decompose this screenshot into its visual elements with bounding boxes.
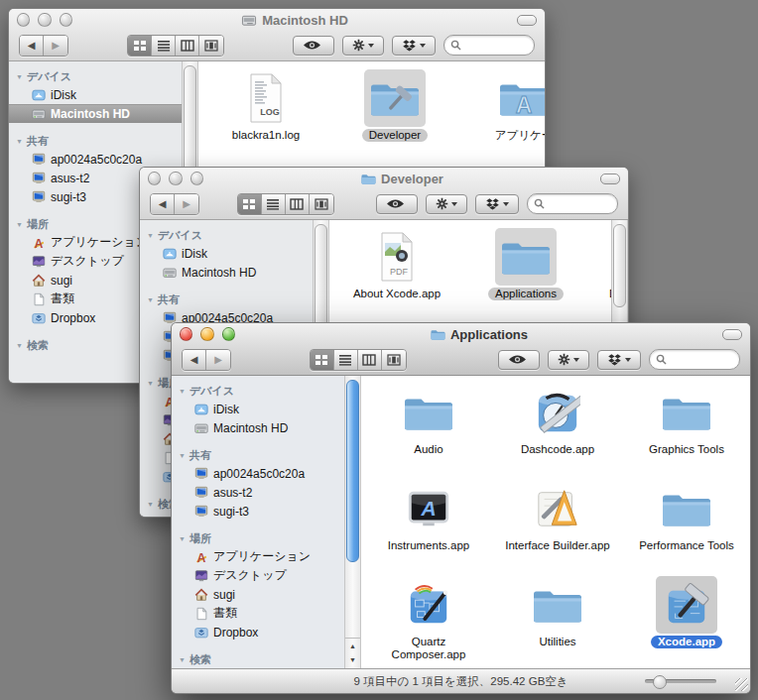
file-item[interactable]: Interface Builder.app [498,480,617,576]
list-view-button[interactable] [262,194,286,214]
action-menu-button[interactable] [342,36,384,56]
sidebar-section-header[interactable]: ▼共有 [9,132,182,150]
file-item[interactable]: Performance Tools [627,480,746,576]
column-view-button[interactable] [286,194,310,214]
disclosure-triangle-icon[interactable]: ▼ [179,388,186,395]
minimize-button[interactable] [200,327,213,341]
forward-button[interactable]: ▶ [44,36,67,56]
sidebar-item-idisk[interactable]: iDisk [172,400,344,418]
disclosure-triangle-icon[interactable]: ▼ [147,501,154,508]
disclosure-triangle-icon[interactable]: ▼ [147,232,154,239]
forward-button[interactable]: ▶ [175,194,198,214]
disclosure-triangle-icon[interactable]: ▼ [179,656,186,663]
sidebar-item-sugi-t3[interactable]: sugi-t3 [172,502,344,521]
dropbox-menu-button[interactable] [392,36,436,56]
dropbox-menu-button[interactable] [475,194,519,214]
sidebar-section-header[interactable]: ▼検索 [172,650,344,668]
file-item[interactable]: Aアプリケー [464,69,545,166]
disclosure-triangle-icon[interactable]: ▼ [16,73,23,80]
scroll-down-button[interactable]: ▼ [345,652,360,666]
disclosure-triangle-icon[interactable]: ▼ [16,138,23,145]
sidebar-scrollbar[interactable]: ▲ ▼ [344,376,361,668]
sidebar-section-header[interactable]: ▼共有 [140,291,313,308]
minimize-button[interactable] [38,13,51,27]
icon-size-slider[interactable] [645,679,716,683]
slider-knob[interactable] [653,675,667,689]
sidebar-item-asus-t2[interactable]: asus-t2 [172,483,344,502]
forward-button[interactable]: ▶ [206,350,230,370]
file-item[interactable]: Graphics Tools [627,384,746,480]
sidebar-item-sugi[interactable]: sugi [172,585,344,604]
sidebar-item-macintosh-hd[interactable]: Macintosh HD [9,104,182,123]
sidebar-section-header[interactable]: ▼デバイス [140,226,313,244]
zoom-button[interactable] [222,327,235,341]
disclosure-triangle-icon[interactable]: ▼ [16,221,23,228]
titlebar[interactable]: Macintosh HD [9,9,545,31]
file-item[interactable]: Developer [335,69,454,166]
disclosure-triangle-icon[interactable]: ▼ [147,296,154,303]
scrollbar-thumb[interactable] [346,380,359,562]
sidebar-item-dropbox[interactable]: Dropbox [172,623,344,642]
file-item[interactable]: Audio [369,384,488,480]
action-menu-button[interactable] [426,194,467,214]
search-input[interactable] [548,198,595,210]
scrollbar-thumb[interactable] [613,224,626,307]
titlebar[interactable]: Developer [140,168,628,189]
toolbar-toggle-button[interactable] [722,329,742,340]
file-item[interactable]: D [595,228,611,324]
file-item[interactable]: Quartz Composer.app [369,576,488,668]
file-item[interactable]: Dashcode.app [498,384,617,480]
icon-view-button[interactable] [238,194,262,214]
sidebar-item-idisk[interactable]: iDisk [140,244,313,263]
titlebar[interactable]: Applications [172,323,750,345]
coverflow-view-button[interactable] [382,350,406,370]
sidebar-item-macintosh-hd[interactable]: Macintosh HD [172,418,344,437]
search-field[interactable] [443,35,535,56]
sidebar-section-header[interactable]: ▼共有 [172,446,344,464]
close-button[interactable] [180,327,192,341]
toolbar-toggle-button[interactable] [517,15,537,26]
sidebar-section-header[interactable]: ▼デバイス [172,382,344,400]
sidebar-item-ap0024a5c0c20a[interactable]: ap0024a5c0c20a [172,464,344,483]
disclosure-triangle-icon[interactable]: ▼ [147,380,154,387]
sidebar-section-header[interactable]: ▼デバイス [9,67,182,85]
file-item[interactable]: Utilities [498,576,617,668]
file-item[interactable]: PDFAbout Xcode.app [337,228,456,324]
quick-look-button[interactable] [498,350,540,370]
icon-view-button[interactable] [128,36,152,56]
sidebar-item-デスクトップ[interactable]: デスクトップ [172,566,344,585]
file-item[interactable]: LOGblackra1n.log [206,69,325,166]
scroll-up-button[interactable]: ▲ [345,639,360,652]
list-view-button[interactable] [334,350,358,370]
file-item[interactable]: Applications [466,228,585,324]
close-button[interactable] [17,13,30,27]
toolbar-toggle-button[interactable] [600,174,620,184]
close-button[interactable] [148,172,161,185]
sidebar-item-macintosh-hd[interactable]: Macintosh HD [140,263,313,282]
back-button[interactable]: ◀ [183,350,206,370]
minimize-button[interactable] [169,172,182,185]
coverflow-view-button[interactable] [199,36,223,56]
sidebar-item-書類[interactable]: 書類 [172,604,344,623]
quick-look-button[interactable] [376,194,418,214]
icon-view-button[interactable] [311,350,334,370]
search-input[interactable] [670,354,717,366]
file-item[interactable]: AInstruments.app [369,480,488,576]
search-field[interactable] [649,349,740,370]
action-menu-button[interactable] [548,350,589,370]
dropbox-menu-button[interactable] [597,350,641,370]
disclosure-triangle-icon[interactable]: ▼ [16,342,23,349]
coverflow-view-button[interactable] [310,194,333,214]
resize-grip[interactable] [735,678,748,691]
column-view-button[interactable] [358,350,382,370]
zoom-button[interactable] [190,172,203,185]
quick-look-button[interactable] [293,36,334,56]
file-item[interactable]: Xcode.app [627,576,746,668]
disclosure-triangle-icon[interactable]: ▼ [179,452,186,459]
file-grid-area[interactable]: AudioDashcode.appGraphics ToolsAInstrume… [361,376,750,668]
back-button[interactable]: ◀ [20,36,44,56]
disclosure-triangle-icon[interactable]: ▼ [179,535,186,542]
sidebar-item-アプリケーション[interactable]: Aアプリケーション [172,547,344,566]
sidebar-section-header[interactable]: ▼場所 [172,529,344,547]
zoom-button[interactable] [60,13,72,27]
